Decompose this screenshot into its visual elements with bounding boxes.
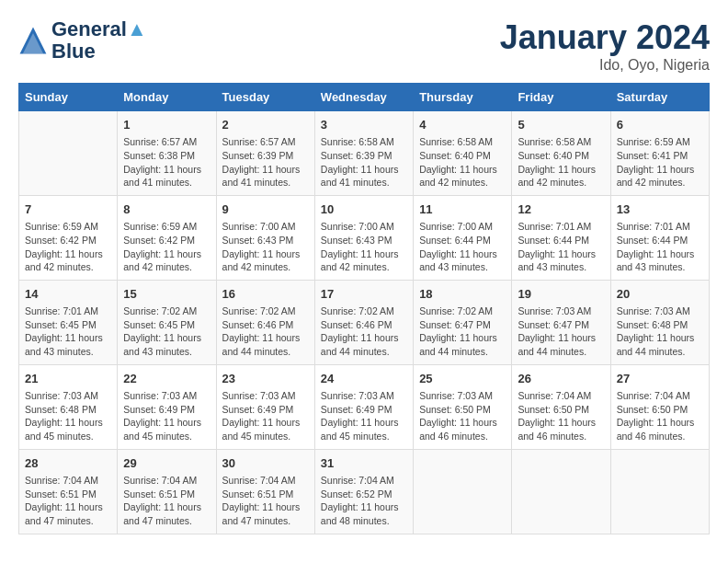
- cell-info: Sunrise: 6:59 AMSunset: 6:42 PMDaylight:…: [25, 220, 111, 274]
- day-number: 15: [123, 286, 210, 303]
- day-number: 20: [617, 286, 703, 303]
- cell-info: Sunrise: 7:03 AMSunset: 6:50 PMDaylight:…: [419, 389, 506, 443]
- calendar-cell: [414, 449, 512, 534]
- logo-icon: [18, 26, 48, 55]
- calendar-cell: 24Sunrise: 7:03 AMSunset: 6:49 PMDayligh…: [314, 364, 413, 449]
- cell-info: Sunrise: 7:01 AMSunset: 6:44 PMDaylight:…: [518, 220, 604, 274]
- logo-text: General▲ Blue: [51, 18, 147, 63]
- day-number: 18: [419, 286, 506, 303]
- calendar-week-row: 21Sunrise: 7:03 AMSunset: 6:48 PMDayligh…: [19, 364, 710, 449]
- day-number: 9: [222, 201, 309, 218]
- day-number: 17: [321, 286, 407, 303]
- calendar-cell: [19, 111, 118, 196]
- calendar-cell: 12Sunrise: 7:01 AMSunset: 6:44 PMDayligh…: [512, 195, 610, 280]
- calendar-cell: 10Sunrise: 7:00 AMSunset: 6:43 PMDayligh…: [314, 195, 413, 280]
- day-number: 1: [123, 117, 210, 133]
- calendar-header-row: SundayMondayTuesdayWednesdayThursdayFrid…: [19, 84, 710, 111]
- calendar-cell: 19Sunrise: 7:03 AMSunset: 6:47 PMDayligh…: [512, 280, 610, 364]
- day-number: 5: [518, 117, 604, 133]
- calendar-cell: 1Sunrise: 6:57 AMSunset: 6:38 PMDaylight…: [118, 111, 216, 196]
- cell-info: Sunrise: 7:02 AMSunset: 6:46 PMDaylight:…: [321, 304, 407, 359]
- day-number: 25: [419, 371, 506, 387]
- cell-info: Sunrise: 7:00 AMSunset: 6:43 PMDaylight:…: [222, 220, 309, 274]
- day-number: 31: [321, 455, 407, 472]
- calendar-cell: 27Sunrise: 7:04 AMSunset: 6:50 PMDayligh…: [610, 364, 709, 449]
- calendar-cell: 2Sunrise: 6:57 AMSunset: 6:39 PMDaylight…: [216, 111, 314, 196]
- cell-info: Sunrise: 7:03 AMSunset: 6:49 PMDaylight:…: [222, 389, 309, 443]
- day-number: 2: [222, 117, 309, 133]
- cell-info: Sunrise: 7:04 AMSunset: 6:51 PMDaylight:…: [25, 474, 111, 528]
- calendar-cell: 16Sunrise: 7:02 AMSunset: 6:46 PMDayligh…: [216, 280, 314, 364]
- day-number: 10: [321, 201, 407, 218]
- day-number: 24: [321, 371, 407, 387]
- cell-info: Sunrise: 7:02 AMSunset: 6:46 PMDaylight:…: [222, 304, 309, 359]
- calendar-cell: 7Sunrise: 6:59 AMSunset: 6:42 PMDaylight…: [19, 195, 118, 280]
- calendar-cell: 5Sunrise: 6:58 AMSunset: 6:40 PMDaylight…: [512, 111, 610, 196]
- cell-info: Sunrise: 7:02 AMSunset: 6:45 PMDaylight:…: [123, 304, 210, 359]
- cell-info: Sunrise: 7:02 AMSunset: 6:47 PMDaylight:…: [419, 304, 506, 359]
- day-number: 4: [419, 117, 506, 133]
- calendar-cell: 21Sunrise: 7:03 AMSunset: 6:48 PMDayligh…: [19, 364, 118, 449]
- day-number: 14: [25, 286, 111, 303]
- day-number: 3: [321, 117, 407, 133]
- calendar-cell: [610, 449, 709, 534]
- day-number: 23: [222, 371, 309, 387]
- day-number: 7: [25, 201, 111, 218]
- calendar-week-row: 14Sunrise: 7:01 AMSunset: 6:45 PMDayligh…: [19, 280, 710, 364]
- calendar-cell: 28Sunrise: 7:04 AMSunset: 6:51 PMDayligh…: [19, 449, 118, 534]
- calendar-cell: 26Sunrise: 7:04 AMSunset: 6:50 PMDayligh…: [512, 364, 610, 449]
- calendar-cell: 8Sunrise: 6:59 AMSunset: 6:42 PMDaylight…: [118, 195, 216, 280]
- header-sunday: Sunday: [19, 84, 118, 111]
- calendar-cell: 25Sunrise: 7:03 AMSunset: 6:50 PMDayligh…: [414, 364, 512, 449]
- cell-info: Sunrise: 7:00 AMSunset: 6:44 PMDaylight:…: [419, 220, 506, 274]
- cell-info: Sunrise: 7:03 AMSunset: 6:47 PMDaylight:…: [518, 304, 604, 359]
- calendar-week-row: 7Sunrise: 6:59 AMSunset: 6:42 PMDaylight…: [19, 195, 710, 280]
- cell-info: Sunrise: 6:58 AMSunset: 6:39 PMDaylight:…: [321, 135, 407, 190]
- day-number: 16: [222, 286, 309, 303]
- cell-info: Sunrise: 6:58 AMSunset: 6:40 PMDaylight:…: [518, 135, 604, 190]
- calendar-cell: 18Sunrise: 7:02 AMSunset: 6:47 PMDayligh…: [414, 280, 512, 364]
- day-number: 30: [222, 455, 309, 472]
- logo: General▲ Blue: [18, 18, 147, 63]
- calendar-cell: 30Sunrise: 7:04 AMSunset: 6:51 PMDayligh…: [216, 449, 314, 534]
- calendar-cell: 11Sunrise: 7:00 AMSunset: 6:44 PMDayligh…: [414, 195, 512, 280]
- day-number: 8: [123, 201, 210, 218]
- title-block: January 2024 Ido, Oyo, Nigeria: [500, 18, 710, 74]
- calendar-cell: 4Sunrise: 6:58 AMSunset: 6:40 PMDaylight…: [414, 111, 512, 196]
- cell-info: Sunrise: 7:03 AMSunset: 6:49 PMDaylight:…: [321, 389, 407, 443]
- calendar-cell: 31Sunrise: 7:04 AMSunset: 6:52 PMDayligh…: [314, 449, 413, 534]
- cell-info: Sunrise: 6:58 AMSunset: 6:40 PMDaylight:…: [419, 135, 506, 190]
- day-number: 6: [617, 117, 703, 133]
- header-friday: Friday: [512, 84, 610, 111]
- main-title: January 2024: [500, 18, 710, 57]
- cell-info: Sunrise: 7:04 AMSunset: 6:52 PMDaylight:…: [321, 474, 407, 528]
- calendar-cell: 6Sunrise: 6:59 AMSunset: 6:41 PMDaylight…: [610, 111, 709, 196]
- calendar-cell: 14Sunrise: 7:01 AMSunset: 6:45 PMDayligh…: [19, 280, 118, 364]
- calendar-cell: 29Sunrise: 7:04 AMSunset: 6:51 PMDayligh…: [118, 449, 216, 534]
- cell-info: Sunrise: 7:03 AMSunset: 6:49 PMDaylight:…: [123, 389, 210, 443]
- calendar-cell: 15Sunrise: 7:02 AMSunset: 6:45 PMDayligh…: [118, 280, 216, 364]
- day-number: 29: [123, 455, 210, 472]
- header-thursday: Thursday: [414, 84, 512, 111]
- day-number: 28: [25, 455, 111, 472]
- header-saturday: Saturday: [610, 84, 709, 111]
- cell-info: Sunrise: 6:59 AMSunset: 6:41 PMDaylight:…: [617, 135, 703, 190]
- cell-info: Sunrise: 7:03 AMSunset: 6:48 PMDaylight:…: [617, 304, 703, 359]
- calendar-week-row: 28Sunrise: 7:04 AMSunset: 6:51 PMDayligh…: [19, 449, 710, 534]
- day-number: 27: [617, 371, 703, 387]
- calendar-cell: 17Sunrise: 7:02 AMSunset: 6:46 PMDayligh…: [314, 280, 413, 364]
- cell-info: Sunrise: 7:04 AMSunset: 6:51 PMDaylight:…: [123, 474, 210, 528]
- header-tuesday: Tuesday: [216, 84, 314, 111]
- page-header: General▲ Blue January 2024 Ido, Oyo, Nig…: [18, 18, 710, 74]
- cell-info: Sunrise: 7:01 AMSunset: 6:44 PMDaylight:…: [617, 220, 703, 274]
- header-wednesday: Wednesday: [314, 84, 413, 111]
- calendar-cell: 3Sunrise: 6:58 AMSunset: 6:39 PMDaylight…: [314, 111, 413, 196]
- calendar-week-row: 1Sunrise: 6:57 AMSunset: 6:38 PMDaylight…: [19, 111, 710, 196]
- header-monday: Monday: [118, 84, 216, 111]
- day-number: 11: [419, 201, 506, 218]
- day-number: 13: [617, 201, 703, 218]
- calendar-cell: 13Sunrise: 7:01 AMSunset: 6:44 PMDayligh…: [610, 195, 709, 280]
- calendar-table: SundayMondayTuesdayWednesdayThursdayFrid…: [18, 83, 710, 534]
- calendar-cell: 22Sunrise: 7:03 AMSunset: 6:49 PMDayligh…: [118, 364, 216, 449]
- day-number: 19: [518, 286, 604, 303]
